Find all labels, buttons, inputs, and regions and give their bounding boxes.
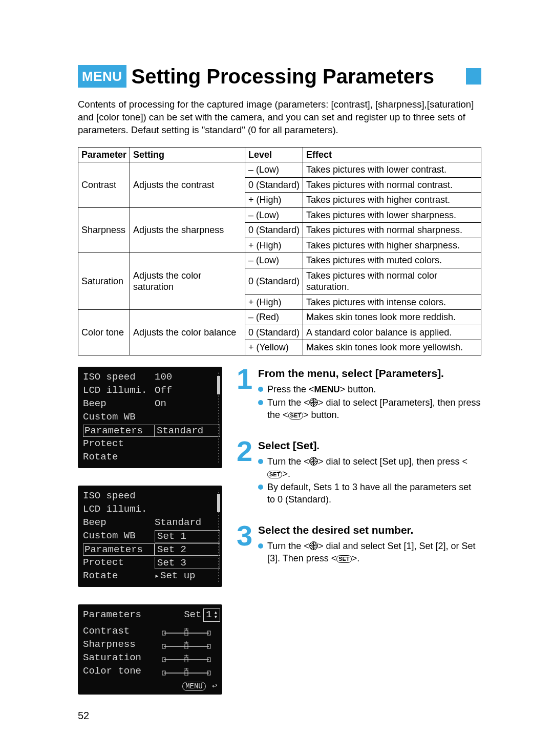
effect-cell: Takes pictures with muted colors. xyxy=(303,253,481,268)
lcd3-set-number: 1 ▴▾ xyxy=(203,608,220,622)
step-bullet: Press the <MENU> button. xyxy=(258,384,481,395)
instruction-step: 3Select the desired set number.Turn the … xyxy=(237,523,481,566)
lcd3-title: Parameters xyxy=(83,609,184,621)
lcd3-slider-row: Contrast xyxy=(83,625,220,638)
table-row: SharpnessAdjusts the sharpness– (Low)Tak… xyxy=(78,207,481,223)
lcd-screenshot-1: ISO speed100LCD illumi.OffBeepOnCustom W… xyxy=(78,367,222,468)
param-cell: Contrast xyxy=(78,162,130,208)
level-cell: – (Red) xyxy=(245,310,303,325)
set-button-icon: SET xyxy=(267,471,282,478)
effect-cell: Takes pictures with normal color saturat… xyxy=(303,268,481,295)
bullet-dot-icon xyxy=(258,543,263,549)
title-accent-bar xyxy=(466,68,481,85)
lcd3-set-label: Set xyxy=(184,609,201,621)
lcd3-menu-return: MENU ↩ xyxy=(83,681,220,691)
effect-cell: Takes pictures with higher sharpness. xyxy=(303,238,481,253)
instruction-step: 2Select [Set].Turn the <> dial to select… xyxy=(237,439,481,507)
lcd-screenshot-3: Parameters Set 1 ▴▾ ContrastSharpnessSat… xyxy=(78,604,222,695)
table-row: SaturationAdjusts the color saturation– … xyxy=(78,253,481,268)
step-number: 3 xyxy=(237,523,258,566)
level-cell: 0 (Standard) xyxy=(245,268,303,295)
lcd-row: Rotate xyxy=(83,451,220,464)
lcd-row: ISO speed xyxy=(83,490,220,503)
table-header: Effect xyxy=(303,147,481,162)
lcd-row: ParametersStandard xyxy=(83,424,220,437)
lcd3-slider-row: Sharpness xyxy=(83,638,220,652)
lcd-row: ParametersSet 2 xyxy=(83,543,220,556)
table-row: Color toneAdjusts the color balance– (Re… xyxy=(78,310,481,325)
menu-badge: MENU xyxy=(78,65,126,88)
level-cell: – (Low) xyxy=(245,162,303,178)
setting-cell: Adjusts the sharpness xyxy=(130,207,245,253)
step-bullet: Turn the <> dial to select [Parameters],… xyxy=(258,397,481,421)
lcd-row: RotateSet up xyxy=(83,570,220,583)
lcd-row: LCD illumi.Off xyxy=(83,384,220,397)
param-cell: Color tone xyxy=(78,310,130,355)
step-title: Select the desired set number. xyxy=(258,523,481,536)
setting-cell: Adjusts the color saturation xyxy=(130,253,245,310)
step-number: 2 xyxy=(237,439,258,507)
effect-cell: Takes pictures with lower sharpness. xyxy=(303,207,481,223)
step-title: Select [Set]. xyxy=(258,439,481,452)
bullet-dot-icon xyxy=(258,459,263,464)
effect-cell: Takes pictures with higher contrast. xyxy=(303,193,481,208)
step-title: From the menu, select [Parameters]. xyxy=(258,367,481,380)
step-bullet: Turn the <> dial and select Set [1], Set… xyxy=(258,540,481,564)
effect-cell: Makes skin tones look more reddish. xyxy=(303,310,481,325)
lcd-row: LCD illumi. xyxy=(83,503,220,516)
lcd-row: BeepOn xyxy=(83,397,220,411)
setting-cell: Adjusts the contrast xyxy=(130,162,245,208)
set-button-icon: SET xyxy=(336,555,351,563)
page-title: Setting Processing Parameters xyxy=(132,64,459,89)
effect-cell: Takes pictures with normal sharpness. xyxy=(303,223,481,238)
lcd-row: ProtectSet 3 xyxy=(83,556,220,570)
bullet-dot-icon xyxy=(258,387,263,392)
dial-icon xyxy=(309,398,318,407)
table-row: ContrastAdjusts the contrast– (Low)Takes… xyxy=(78,162,481,178)
level-cell: 0 (Standard) xyxy=(245,223,303,238)
effect-cell: Takes pictures with intense colors. xyxy=(303,295,481,310)
bullet-dot-icon xyxy=(258,485,263,490)
level-cell: + (High) xyxy=(245,295,303,310)
param-cell: Sharpness xyxy=(78,207,130,253)
page-title-row: MENU Setting Processing Parameters xyxy=(78,64,481,89)
level-cell: + (Yellow) xyxy=(245,340,303,355)
lcd-row: Custom WBSet 1 xyxy=(83,530,220,543)
bullet-dot-icon xyxy=(258,400,263,405)
level-cell: – (Low) xyxy=(245,253,303,268)
effect-cell: Takes pictures with lower contrast. xyxy=(303,162,481,178)
level-cell: + (High) xyxy=(245,238,303,253)
lcd-row: Protect xyxy=(83,437,220,451)
instruction-step: 1From the menu, select [Parameters].Pres… xyxy=(237,367,481,423)
table-header: Setting xyxy=(130,147,245,162)
level-cell: 0 (Standard) xyxy=(245,325,303,340)
step-bullet: By default, Sets 1 to 3 have all the par… xyxy=(258,481,481,506)
dial-icon xyxy=(309,457,318,466)
level-cell: – (Low) xyxy=(245,207,303,223)
lcd-row: Custom WB xyxy=(83,411,220,424)
level-cell: 0 (Standard) xyxy=(245,177,303,193)
lcd-row: BeepStandard xyxy=(83,516,220,530)
lcd3-slider-row: Color tone xyxy=(83,665,220,678)
lcd-row: ISO speed100 xyxy=(83,371,220,384)
lcd-screenshot-2: ISO speedLCD illumi.BeepStandardCustom W… xyxy=(78,486,222,587)
setting-cell: Adjusts the color balance xyxy=(130,310,245,355)
set-button-icon: SET xyxy=(288,412,303,419)
lcd3-slider-row: Saturation xyxy=(83,652,220,665)
effect-cell: A standard color balance is applied. xyxy=(303,325,481,340)
effect-cell: Takes pictures with normal contrast. xyxy=(303,177,481,193)
param-cell: Saturation xyxy=(78,253,130,310)
dial-icon xyxy=(309,541,318,550)
level-cell: + (High) xyxy=(245,193,303,208)
table-header: Level xyxy=(245,147,303,162)
page-number: 52 xyxy=(78,709,89,722)
table-header: Parameter xyxy=(78,147,130,162)
intro-paragraph: Contents of processing for the captured … xyxy=(78,98,481,137)
parameters-table: ParameterSettingLevelEffect ContrastAdju… xyxy=(78,147,481,355)
step-bullet: Turn the <> dial to select [Set up], the… xyxy=(258,456,481,480)
effect-cell: Makes skin tones look more yellowish. xyxy=(303,340,481,355)
step-number: 1 xyxy=(237,367,258,423)
